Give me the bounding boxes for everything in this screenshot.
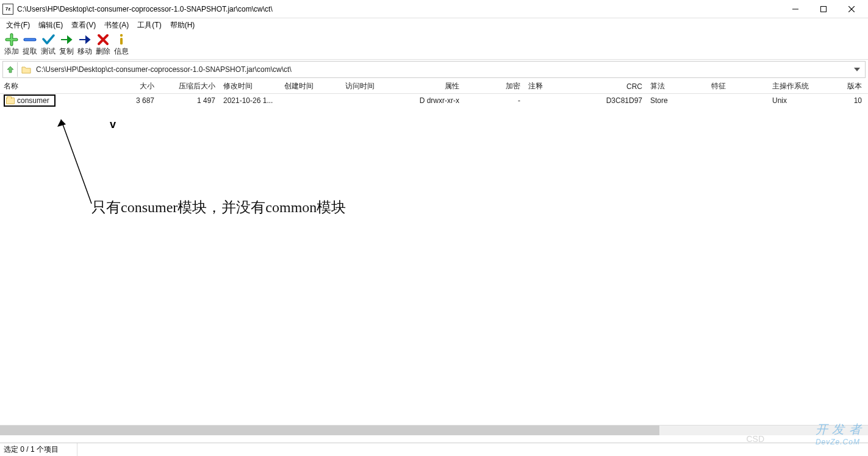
col-attr[interactable]: 属性	[403, 81, 464, 91]
col-crc[interactable]: CRC	[586, 82, 647, 91]
toolbar: 添加 提取 测试 复制 移动 删除 信息	[0, 32, 868, 60]
row-attr: D drwxr-xr-x	[403, 96, 464, 105]
add-button[interactable]: 添加	[2, 33, 21, 58]
col-os[interactable]: 主操作系统	[769, 81, 830, 91]
address-path[interactable]: C:\Users\HP\Desktop\ct-consumer-coproces…	[32, 65, 854, 74]
copy-button[interactable]: 复制	[57, 33, 76, 58]
col-version[interactable]: 版本	[830, 81, 866, 91]
add-label: 添加	[4, 46, 19, 57]
move-arrow-icon	[77, 33, 92, 46]
horizontal-scrollbar[interactable]	[0, 425, 868, 435]
row-crc: D3C81D97	[586, 96, 647, 105]
status-selection: 选定 0 / 1 个项目	[4, 443, 77, 456]
menu-tools[interactable]: 工具(T)	[134, 19, 165, 32]
folder-icon	[20, 63, 32, 76]
address-dropdown[interactable]	[854, 68, 865, 71]
up-button[interactable]	[3, 62, 18, 77]
row-size: 3 687	[110, 96, 159, 105]
delete-x-icon	[96, 33, 110, 46]
col-feature[interactable]: 特征	[708, 81, 769, 91]
minus-icon	[23, 33, 37, 46]
col-mtime[interactable]: 修改时间	[220, 81, 281, 91]
copy-arrow-icon	[59, 33, 74, 46]
menu-view[interactable]: 查看(V)	[68, 19, 99, 32]
col-size[interactable]: 大小	[110, 81, 159, 91]
svg-line-6	[61, 119, 91, 204]
row-os: Unix	[769, 96, 830, 105]
info-label: 信息	[114, 46, 129, 57]
app-icon: 7z	[2, 4, 13, 15]
row-mtime: 2021-10-26 1...	[220, 96, 281, 105]
scrollbar-thumb[interactable]	[0, 426, 659, 435]
watermark-brand: 开 发 者 DevZe.CoM	[816, 421, 862, 446]
menu-bar: 文件(F) 编辑(E) 查看(V) 书签(A) 工具(T) 帮助(H)	[0, 18, 868, 32]
row-version: 10	[830, 96, 866, 105]
move-button[interactable]: 移动	[76, 33, 94, 58]
delete-label: 删除	[96, 46, 110, 57]
menu-file[interactable]: 文件(F)	[2, 19, 34, 32]
col-encrypt[interactable]: 加密	[464, 81, 525, 91]
extract-button[interactable]: 提取	[21, 33, 39, 58]
file-list[interactable]: consumer 3 687 1 497 2021-10-26 1... D d…	[0, 94, 868, 435]
row-algo: Store	[647, 96, 708, 105]
menu-help[interactable]: 帮助(H)	[167, 19, 199, 32]
annotation-text: 只有consumer模块，并没有common模块	[91, 198, 346, 217]
col-packed[interactable]: 压缩后大小	[159, 81, 220, 91]
delete-button[interactable]: 删除	[94, 33, 112, 58]
extract-label: 提取	[23, 46, 37, 57]
minimize-button[interactable]	[781, 0, 809, 18]
column-headers: 名称 大小 压缩后大小 修改时间 创建时间 访问时间 属性 加密 注释 CRC …	[0, 79, 868, 94]
check-icon	[41, 33, 56, 46]
col-algo[interactable]: 算法	[647, 81, 708, 91]
info-button[interactable]: 信息	[112, 33, 131, 58]
svg-rect-5	[120, 38, 123, 45]
svg-point-4	[120, 34, 123, 37]
col-comment[interactable]: 注释	[525, 81, 586, 91]
info-icon	[114, 33, 129, 46]
folder-icon	[6, 98, 15, 104]
test-button[interactable]: 测试	[39, 33, 57, 58]
test-label: 测试	[41, 46, 56, 57]
close-button[interactable]	[838, 0, 866, 18]
annotation-arrow	[37, 112, 110, 210]
svg-marker-7	[57, 119, 66, 127]
status-bar: 选定 0 / 1 个项目	[0, 443, 868, 456]
row-packed: 1 497	[159, 96, 220, 105]
col-name[interactable]: 名称	[0, 81, 110, 91]
move-label: 移动	[77, 46, 92, 57]
window-title: C:\Users\HP\Desktop\ct-consumer-coproces…	[17, 5, 781, 13]
title-bar: 7z C:\Users\HP\Desktop\ct-consumer-copro…	[0, 0, 868, 18]
watermark-csdn: CSD	[746, 434, 764, 444]
menu-bookmarks[interactable]: 书签(A)	[101, 19, 132, 32]
table-row[interactable]: consumer 3 687 1 497 2021-10-26 1... D d…	[0, 94, 868, 107]
col-ctime[interactable]: 创建时间	[281, 81, 342, 91]
row-name: consumer	[17, 96, 49, 105]
annotation-v-mark: v	[110, 118, 116, 131]
plus-icon	[4, 33, 19, 46]
svg-rect-1	[821, 6, 827, 12]
col-atime[interactable]: 访问时间	[342, 81, 403, 91]
row-encrypt: -	[464, 96, 525, 105]
copy-label: 复制	[59, 46, 74, 57]
menu-edit[interactable]: 编辑(E)	[35, 19, 66, 32]
maximize-button[interactable]	[809, 0, 838, 18]
address-bar: C:\Users\HP\Desktop\ct-consumer-coproces…	[2, 61, 866, 78]
